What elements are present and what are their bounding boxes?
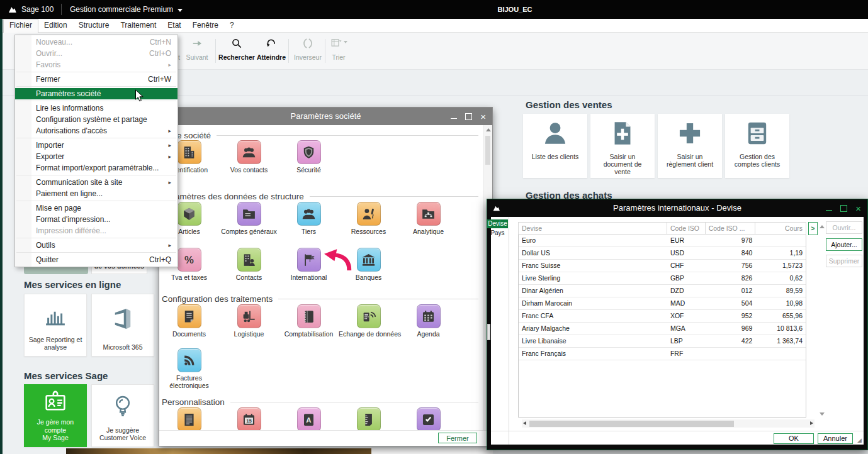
maximize-icon[interactable]	[840, 205, 847, 212]
menu-item-mise-en-page[interactable]: Mise en page	[15, 202, 178, 214]
icon-row: IdentificationVos contactsSécurité	[159, 140, 482, 174]
societe-icon-analytique[interactable]: Analytique	[398, 202, 458, 235]
societe-icon-agenda[interactable]: Agenda	[398, 304, 458, 338]
toolbar-rechercher[interactable]: Rechercher	[218, 37, 255, 66]
ajouter-button[interactable]: Ajouter...	[826, 238, 862, 251]
societe-icon-contacts[interactable]: Contacts	[219, 248, 279, 281]
menu-item-communication-site-site[interactable]: Communication site à site▸	[15, 177, 178, 188]
menubar-item-fichier[interactable]: Fichier	[3, 19, 38, 33]
devise-row-franc-cfa[interactable]: Franc CFAXOF952655,96	[519, 310, 806, 323]
minimize-icon[interactable]	[826, 210, 832, 211]
sales-tile-saisir-un-r-glement-client[interactable]: Saisir un règlement client	[658, 114, 722, 178]
menubar-item-fen-tre[interactable]: Fenêtre	[187, 19, 224, 33]
societe-icon-banques[interactable]: Banques	[339, 248, 398, 281]
menu-item-importer[interactable]: Importer▸	[15, 140, 178, 151]
service-tile-sage-reporting-et-analyse[interactable]: Sage Reporting et analyse	[24, 294, 87, 357]
menu-item-quitter[interactable]: QuitterCtrl+Q	[15, 254, 178, 265]
menu-item-format-d-impression[interactable]: Format d'impression...	[15, 214, 178, 225]
societe-dialog: Paramètres société × Votre sociétéIdenti…	[159, 107, 493, 446]
devise-row-livre-libanaise[interactable]: Livre LibanaiseLBP4221 363,74	[519, 335, 806, 348]
societe-icon-vos-contacts[interactable]: Vos contacts	[219, 140, 279, 174]
devise-row-ariary-malgache[interactable]: Ariary MalgacheMGA96910 813,6	[519, 323, 806, 335]
devise-row-dinar-alg-rien[interactable]: Dinar AlgérienDZD01289,59	[519, 285, 806, 297]
minimize-icon[interactable]	[451, 118, 457, 119]
menu-item-param-tres-soci-t[interactable]: Paramètres société	[15, 88, 178, 99]
close-icon[interactable]: ×	[855, 204, 861, 213]
scroll-up-icon[interactable]	[486, 128, 491, 131]
menubar-item-etat[interactable]: Etat	[162, 19, 186, 33]
product-switcher[interactable]: Gestion commerciale Premium	[70, 5, 183, 14]
societe-icon-tiers[interactable]: Tiers	[279, 202, 339, 235]
column-header-code-iso[interactable]: Code ISO	[667, 223, 706, 234]
societe-icon-comptes-g-n-raux[interactable]: Comptes généraux	[219, 202, 279, 235]
devise-row-dollar-us[interactable]: Dollar USUSD8401,19	[519, 247, 806, 260]
devise-titlebar[interactable]: Paramètres internationaux - Devise ×	[487, 199, 867, 217]
menu-item-format-import-export-param-trable[interactable]: Format import/export paramétrable...	[15, 162, 178, 174]
societe-icon-factures-lectroniques[interactable]: Factures électroniques	[159, 348, 219, 389]
menubar-item-[interactable]: ?	[224, 19, 240, 33]
menu-item-paiement-en-ligne[interactable]: Paiement en ligne...	[15, 188, 178, 199]
table-horizontal-scrollbar[interactable]	[522, 419, 814, 428]
societe-icon-comptabilisation[interactable]: Comptabilisation	[279, 304, 339, 338]
maximize-icon[interactable]	[465, 113, 472, 120]
sales-tile-saisir-un-document-de-vente[interactable]: Saisir un document de vente	[590, 114, 655, 178]
table-vertical-scrollbar[interactable]	[818, 222, 826, 418]
devise-row-franc-suisse[interactable]: Franc SuisseCHF7561,5723	[519, 260, 806, 272]
column-header-cours[interactable]: Cours	[755, 223, 806, 234]
service-tile-je-g-re-mon-compte-my-sage[interactable]: Je gère mon compte My Sage	[24, 384, 87, 447]
service-tile-je-sugg-re-customer-voice[interactable]: Je suggère Customer Voice	[91, 384, 154, 447]
rss-tile	[178, 348, 201, 372]
menu-item-lire-les-informations[interactable]: Lire les informations	[15, 102, 178, 114]
menu-item-outils[interactable]: Outils▸	[15, 240, 178, 251]
devise-row-franc-fran-ais[interactable]: Franc FrançaisFRF	[519, 348, 806, 360]
column-expand-button[interactable]: >	[808, 222, 818, 235]
devise-row-euro[interactable]: EuroEUR978	[519, 235, 806, 247]
scrollbar-thumb[interactable]	[485, 136, 490, 165]
close-icon[interactable]: ×	[480, 112, 486, 121]
annuler-button[interactable]: Annuler	[818, 433, 853, 444]
societe-icon-s-curit[interactable]: Sécurité	[279, 140, 339, 174]
devise-row-dirham-marocain[interactable]: Dirham MarocainMAD50410,98	[519, 297, 806, 310]
societe-icon-ruler-3[interactable]	[339, 407, 398, 433]
societe-icon-international[interactable]: International	[279, 248, 339, 281]
resize-grip[interactable]: ◢	[857, 437, 862, 443]
societe-icon-checkbox-4[interactable]	[398, 407, 458, 433]
menu-item-configuration-syst-me-et-partage[interactable]: Configuration système et partage	[15, 114, 178, 125]
sales-tile-gestion-des-comptes-clients[interactable]: Gestion des comptes clients	[725, 114, 789, 178]
search-icon	[230, 37, 243, 50]
menu-item-exporter[interactable]: Exporter▸	[15, 151, 178, 162]
cell: 826	[706, 272, 756, 284]
societe-icon-sheet-0[interactable]	[159, 407, 219, 433]
column-header-devise[interactable]: Devise	[519, 223, 667, 234]
sage-logo-icon	[8, 5, 17, 14]
menu-item-fermer[interactable]: FermerCtrl+W	[15, 74, 178, 85]
societe-icon-logistique[interactable]: Logistique	[219, 304, 279, 338]
rss-icon	[181, 353, 197, 368]
column-header-code-iso[interactable]: Code ISO ...	[706, 223, 756, 234]
societe-icon-echange-de-donn-es[interactable]: Echange de données	[339, 304, 398, 338]
toolbar-atteindre[interactable]: Atteindre	[255, 37, 288, 66]
scroll-left-icon[interactable]	[523, 421, 526, 425]
scroll-right-icon[interactable]	[810, 421, 813, 425]
societe-icon-ressources[interactable]: Ressources	[339, 202, 398, 235]
societe-icon-calendar15-1[interactable]: 15	[219, 407, 279, 433]
sales-tile-liste-des-clients[interactable]: Liste des clients	[523, 114, 587, 178]
societe-icon-documents[interactable]: Documents	[159, 304, 219, 338]
tab-pays[interactable]: Pays	[487, 229, 508, 238]
letter-a-tile: A	[297, 407, 321, 431]
menubar-item-edition[interactable]: Edition	[38, 19, 73, 33]
menubar-item-structure[interactable]: Structure	[73, 19, 115, 33]
ok-button[interactable]: OK	[774, 433, 814, 444]
service-tile-microsoft-365[interactable]: Microsoft 365	[91, 294, 154, 357]
societe-icon-letter-a-2[interactable]: A	[279, 407, 339, 433]
menubar-item-traitement[interactable]: Traitement	[115, 19, 162, 33]
devise-row-livre-sterling[interactable]: Livre SterlingGBP8260,62	[519, 272, 806, 285]
menu-item-autorisations-d-acc-s[interactable]: Autorisations d'accès▸	[15, 125, 178, 136]
scroll-down-icon[interactable]	[820, 412, 825, 416]
splitter-handle[interactable]	[487, 324, 490, 340]
societe-dialog-titlebar[interactable]: Paramètres société ×	[159, 108, 492, 125]
tab-devise[interactable]: Devise	[487, 219, 508, 228]
scroll-up-icon[interactable]	[820, 225, 825, 228]
scrollbar-thumb[interactable]	[529, 421, 734, 427]
fermer-button[interactable]: Fermer	[438, 433, 477, 443]
